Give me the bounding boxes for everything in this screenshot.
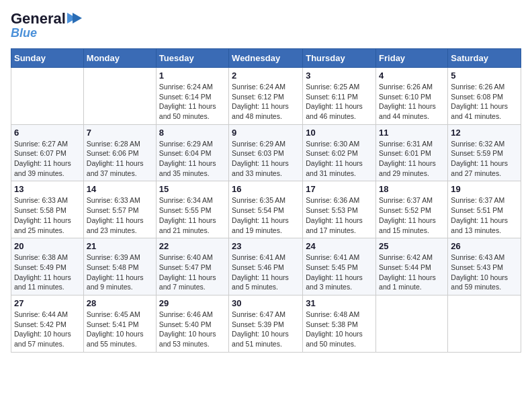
- day-number: 3: [306, 71, 373, 81]
- calendar-cell: 1Sunrise: 6:24 AM Sunset: 6:14 PM Daylig…: [156, 67, 228, 124]
- column-header-thursday: Thursday: [303, 48, 376, 67]
- column-headers-row: SundayMondayTuesdayWednesdayThursdayFrid…: [11, 48, 521, 67]
- day-info: Sunrise: 6:37 AM Sunset: 5:52 PM Dayligh…: [379, 195, 445, 235]
- calendar-cell: 2Sunrise: 6:24 AM Sunset: 6:12 PM Daylig…: [229, 67, 303, 124]
- calendar-cell: 14Sunrise: 6:33 AM Sunset: 5:57 PM Dayli…: [83, 181, 156, 238]
- day-number: 25: [379, 241, 445, 251]
- calendar-cell: 26Sunrise: 6:43 AM Sunset: 5:43 PM Dayli…: [448, 238, 521, 295]
- calendar-cell: 9Sunrise: 6:29 AM Sunset: 6:03 PM Daylig…: [229, 124, 303, 181]
- calendar-cell: 7Sunrise: 6:28 AM Sunset: 6:06 PM Daylig…: [83, 124, 156, 181]
- week-row-5: 27Sunrise: 6:44 AM Sunset: 5:42 PM Dayli…: [11, 295, 521, 352]
- day-info: Sunrise: 6:46 AM Sunset: 5:40 PM Dayligh…: [159, 310, 226, 349]
- calendar-cell: 31Sunrise: 6:48 AM Sunset: 5:38 PM Dayli…: [303, 295, 376, 352]
- week-row-4: 20Sunrise: 6:38 AM Sunset: 5:49 PM Dayli…: [11, 238, 521, 295]
- day-number: 11: [379, 128, 445, 138]
- day-info: Sunrise: 6:34 AM Sunset: 5:55 PM Dayligh…: [159, 195, 226, 235]
- calendar-cell: 20Sunrise: 6:38 AM Sunset: 5:49 PM Dayli…: [11, 238, 84, 295]
- calendar-cell: 19Sunrise: 6:37 AM Sunset: 5:51 PM Dayli…: [448, 181, 521, 238]
- column-header-friday: Friday: [376, 48, 448, 67]
- day-info: Sunrise: 6:33 AM Sunset: 5:58 PM Dayligh…: [14, 195, 81, 235]
- day-number: 10: [306, 128, 373, 138]
- calendar-cell: 6Sunrise: 6:27 AM Sunset: 6:07 PM Daylig…: [11, 124, 84, 181]
- calendar-cell: 10Sunrise: 6:30 AM Sunset: 6:02 PM Dayli…: [303, 124, 376, 181]
- day-number: 6: [14, 128, 81, 138]
- column-header-wednesday: Wednesday: [229, 48, 303, 67]
- day-info: Sunrise: 6:29 AM Sunset: 6:04 PM Dayligh…: [159, 139, 226, 179]
- column-header-sunday: Sunday: [11, 48, 84, 67]
- calendar-cell: 3Sunrise: 6:25 AM Sunset: 6:11 PM Daylig…: [303, 67, 376, 124]
- day-info: Sunrise: 6:37 AM Sunset: 5:51 PM Dayligh…: [451, 195, 518, 235]
- day-number: 14: [87, 184, 153, 194]
- day-number: 30: [232, 298, 300, 308]
- day-number: 1: [159, 71, 226, 81]
- day-number: 31: [306, 298, 373, 308]
- day-info: Sunrise: 6:32 AM Sunset: 5:59 PM Dayligh…: [451, 139, 518, 179]
- day-number: 26: [451, 241, 518, 251]
- calendar-cell: 4Sunrise: 6:26 AM Sunset: 6:10 PM Daylig…: [376, 67, 448, 124]
- calendar-cell: 13Sunrise: 6:33 AM Sunset: 5:58 PM Dayli…: [11, 181, 84, 238]
- day-info: Sunrise: 6:30 AM Sunset: 6:02 PM Dayligh…: [306, 139, 373, 179]
- day-number: 2: [232, 71, 300, 81]
- day-info: Sunrise: 6:33 AM Sunset: 5:57 PM Dayligh…: [87, 195, 153, 235]
- day-info: Sunrise: 6:36 AM Sunset: 5:53 PM Dayligh…: [306, 195, 373, 235]
- day-number: 8: [159, 128, 226, 138]
- calendar-table: SundayMondayTuesdayWednesdayThursdayFrid…: [11, 48, 521, 353]
- svg-marker-1: [73, 13, 82, 24]
- day-info: Sunrise: 6:41 AM Sunset: 5:45 PM Dayligh…: [306, 253, 373, 292]
- day-number: 17: [306, 184, 373, 194]
- day-number: 19: [451, 184, 518, 194]
- day-info: Sunrise: 6:43 AM Sunset: 5:43 PM Dayligh…: [451, 253, 518, 292]
- day-info: Sunrise: 6:40 AM Sunset: 5:47 PM Dayligh…: [159, 253, 226, 292]
- logo-arrow-icon: [67, 12, 82, 24]
- day-number: 20: [14, 241, 81, 251]
- day-number: 24: [306, 241, 373, 251]
- logo: General Blue: [11, 11, 82, 40]
- calendar-cell: 21Sunrise: 6:39 AM Sunset: 5:48 PM Dayli…: [83, 238, 156, 295]
- page-header: General Blue: [11, 11, 521, 40]
- day-number: 29: [159, 298, 226, 308]
- calendar-cell: 24Sunrise: 6:41 AM Sunset: 5:45 PM Dayli…: [303, 238, 376, 295]
- calendar-cell: [11, 67, 84, 124]
- day-info: Sunrise: 6:45 AM Sunset: 5:41 PM Dayligh…: [87, 310, 153, 349]
- week-row-1: 1Sunrise: 6:24 AM Sunset: 6:14 PM Daylig…: [11, 67, 521, 124]
- day-info: Sunrise: 6:47 AM Sunset: 5:39 PM Dayligh…: [232, 310, 300, 349]
- calendar-body: 1Sunrise: 6:24 AM Sunset: 6:14 PM Daylig…: [11, 67, 521, 352]
- day-info: Sunrise: 6:41 AM Sunset: 5:46 PM Dayligh…: [232, 253, 300, 292]
- day-number: 16: [232, 184, 300, 194]
- calendar-cell: 15Sunrise: 6:34 AM Sunset: 5:55 PM Dayli…: [156, 181, 228, 238]
- calendar-cell: 30Sunrise: 6:47 AM Sunset: 5:39 PM Dayli…: [229, 295, 303, 352]
- calendar-cell: [448, 295, 521, 352]
- day-number: 7: [87, 128, 153, 138]
- calendar-cell: [376, 295, 448, 352]
- calendar-cell: 28Sunrise: 6:45 AM Sunset: 5:41 PM Dayli…: [83, 295, 156, 352]
- day-number: 5: [451, 71, 518, 81]
- day-info: Sunrise: 6:24 AM Sunset: 6:12 PM Dayligh…: [232, 82, 300, 122]
- logo-blue: Blue: [11, 27, 37, 40]
- day-number: 22: [159, 241, 226, 251]
- day-info: Sunrise: 6:26 AM Sunset: 6:10 PM Dayligh…: [379, 82, 445, 122]
- calendar-cell: 11Sunrise: 6:31 AM Sunset: 6:01 PM Dayli…: [376, 124, 448, 181]
- calendar-cell: 12Sunrise: 6:32 AM Sunset: 5:59 PM Dayli…: [448, 124, 521, 181]
- column-header-tuesday: Tuesday: [156, 48, 228, 67]
- calendar-cell: 8Sunrise: 6:29 AM Sunset: 6:04 PM Daylig…: [156, 124, 228, 181]
- day-number: 13: [14, 184, 81, 194]
- calendar-cell: [83, 67, 156, 124]
- week-row-2: 6Sunrise: 6:27 AM Sunset: 6:07 PM Daylig…: [11, 124, 521, 181]
- day-info: Sunrise: 6:29 AM Sunset: 6:03 PM Dayligh…: [232, 139, 300, 179]
- calendar-cell: 16Sunrise: 6:35 AM Sunset: 5:54 PM Dayli…: [229, 181, 303, 238]
- logo-general: General: [11, 11, 66, 27]
- calendar-cell: 17Sunrise: 6:36 AM Sunset: 5:53 PM Dayli…: [303, 181, 376, 238]
- day-number: 18: [379, 184, 445, 194]
- calendar-cell: 23Sunrise: 6:41 AM Sunset: 5:46 PM Dayli…: [229, 238, 303, 295]
- calendar-cell: 18Sunrise: 6:37 AM Sunset: 5:52 PM Dayli…: [376, 181, 448, 238]
- day-info: Sunrise: 6:26 AM Sunset: 6:08 PM Dayligh…: [451, 82, 518, 122]
- day-info: Sunrise: 6:39 AM Sunset: 5:48 PM Dayligh…: [87, 253, 153, 292]
- calendar-cell: 29Sunrise: 6:46 AM Sunset: 5:40 PM Dayli…: [156, 295, 228, 352]
- day-number: 15: [159, 184, 226, 194]
- calendar-cell: 22Sunrise: 6:40 AM Sunset: 5:47 PM Dayli…: [156, 238, 228, 295]
- column-header-monday: Monday: [83, 48, 156, 67]
- day-info: Sunrise: 6:24 AM Sunset: 6:14 PM Dayligh…: [159, 82, 226, 122]
- day-info: Sunrise: 6:38 AM Sunset: 5:49 PM Dayligh…: [14, 253, 81, 292]
- day-info: Sunrise: 6:48 AM Sunset: 5:38 PM Dayligh…: [306, 310, 373, 349]
- column-header-saturday: Saturday: [448, 48, 521, 67]
